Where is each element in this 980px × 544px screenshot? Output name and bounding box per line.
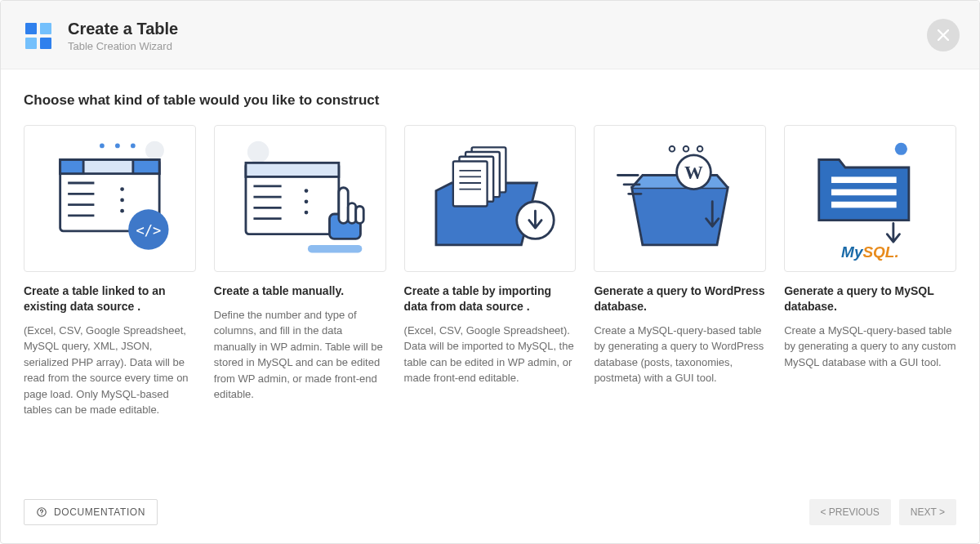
svg-point-6 — [115, 144, 120, 149]
card-linked-source-illustration-icon: </> — [24, 125, 196, 272]
card-title: Create a table linked to an existing dat… — [24, 283, 196, 314]
svg-point-4 — [145, 141, 164, 160]
svg-point-17 — [120, 198, 124, 203]
svg-rect-11 — [133, 160, 159, 174]
svg-point-18 — [120, 209, 124, 213]
card-title: Create a table by importing data from da… — [404, 283, 577, 314]
svg-point-45 — [670, 146, 675, 152]
svg-point-47 — [697, 146, 703, 152]
card-mysql-query[interactable]: MySQL. Generate a query to MySQL databas… — [784, 125, 956, 418]
svg-point-59 — [41, 514, 42, 515]
svg-point-21 — [247, 141, 270, 163]
card-desc: Create a MySQL-query-based table by gene… — [784, 323, 956, 371]
svg-point-30 — [304, 211, 308, 215]
svg-point-46 — [684, 146, 689, 152]
card-title: Generate a query to WordPress database. — [594, 283, 766, 314]
wizard-body: Choose what kind of table would you like… — [1, 69, 979, 484]
svg-point-53 — [895, 143, 907, 155]
svg-point-7 — [131, 144, 136, 149]
prompt-text: Choose what kind of table would you like… — [24, 92, 956, 109]
card-desc: (Excel, CSV, Google Spreadsheet). Data w… — [404, 323, 577, 386]
wizard-footer: DOCUMENTATION < PREVIOUS NEXT > — [1, 484, 979, 543]
close-button[interactable] — [927, 19, 960, 51]
svg-point-29 — [304, 199, 308, 203]
previous-button[interactable]: < PREVIOUS — [809, 499, 891, 525]
next-button[interactable]: NEXT > — [899, 499, 956, 525]
svg-point-28 — [304, 189, 308, 193]
svg-rect-2 — [25, 38, 37, 49]
svg-rect-34 — [356, 206, 363, 223]
card-desc: (Excel, CSV, Google Spreadsheet, MySQL q… — [24, 323, 196, 418]
wizard-title: Create a Table — [68, 19, 178, 38]
card-wordpress-query-illustration-icon: W — [594, 125, 766, 272]
svg-rect-55 — [831, 190, 897, 196]
card-title: Create a table manually. — [214, 283, 386, 299]
card-import-illustration-icon — [404, 125, 577, 272]
nav-buttons: < PREVIOUS NEXT > — [809, 499, 957, 525]
help-icon — [36, 506, 47, 518]
option-cards: </> Create a table linked to an existing… — [24, 125, 956, 418]
svg-rect-23 — [246, 163, 339, 176]
svg-text:</>: </> — [136, 222, 161, 239]
card-linked-source[interactable]: </> Create a table linked to an existing… — [24, 125, 196, 418]
card-title: Generate a query to MySQL database. — [784, 283, 956, 314]
wizard-header: Create a Table Table Creation Wizard — [1, 1, 979, 69]
close-icon — [938, 29, 949, 41]
svg-rect-56 — [831, 202, 897, 208]
card-manual-illustration-icon — [214, 125, 386, 272]
card-manual[interactable]: Create a table manually. Define the numb… — [214, 125, 386, 418]
wizard-titles: Create a Table Table Creation Wizard — [68, 19, 178, 52]
svg-text:MySQL.: MySQL. — [841, 243, 899, 261]
card-wordpress-query[interactable]: W Generate a query to WordPress database… — [594, 125, 766, 418]
card-desc: Create a MySQL-query-based table by gene… — [594, 323, 766, 386]
app-logo-icon — [24, 21, 53, 51]
svg-rect-1 — [40, 23, 51, 34]
svg-rect-35 — [308, 245, 362, 252]
documentation-label: DOCUMENTATION — [54, 506, 145, 518]
svg-rect-0 — [25, 23, 37, 34]
documentation-button[interactable]: DOCUMENTATION — [24, 499, 158, 525]
wizard-subtitle: Table Creation Wizard — [68, 40, 178, 52]
svg-rect-10 — [60, 160, 83, 174]
svg-point-5 — [100, 144, 105, 149]
svg-rect-3 — [40, 38, 51, 49]
card-desc: Define the number and type of columns, a… — [214, 307, 386, 403]
svg-rect-54 — [831, 176, 897, 183]
card-mysql-query-illustration-icon: MySQL. — [784, 125, 956, 272]
wizard-dialog: Create a Table Table Creation Wizard Cho… — [0, 0, 980, 544]
svg-point-16 — [120, 187, 124, 191]
svg-text:W: W — [684, 163, 703, 183]
svg-rect-32 — [339, 188, 348, 224]
card-import[interactable]: Create a table by importing data from da… — [404, 125, 577, 418]
